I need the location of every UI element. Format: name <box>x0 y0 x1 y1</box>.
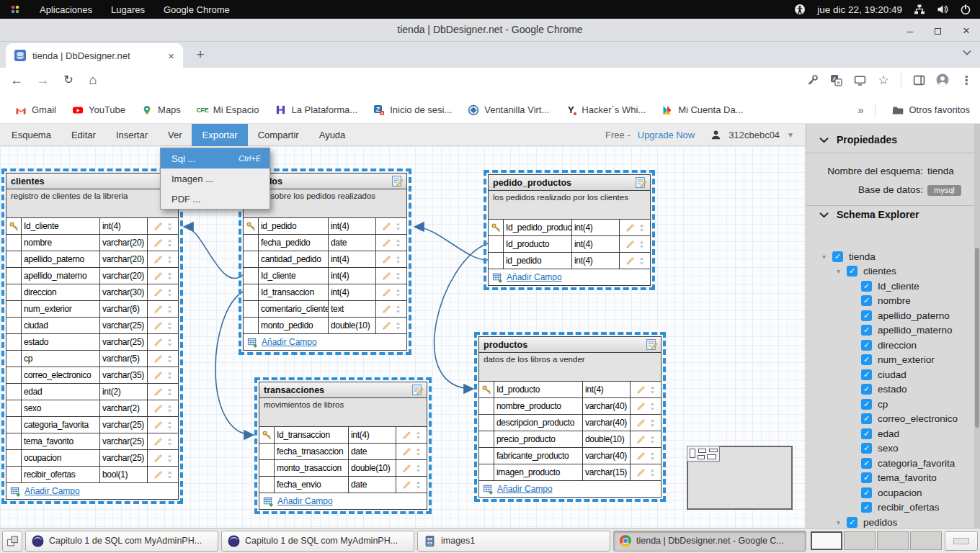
field-row-estado[interactable]: estadovarchar(25) <box>6 334 178 351</box>
field-row-edad[interactable]: edadint(2) <box>6 384 178 400</box>
new-tab-button[interactable]: + <box>192 47 209 64</box>
reorder-field-icon[interactable] <box>638 256 645 266</box>
edit-field-icon[interactable] <box>153 387 163 397</box>
tree-caret-icon[interactable]: ▾ <box>837 518 847 526</box>
reorder-field-icon[interactable] <box>395 222 401 231</box>
checkbox-checked[interactable]: ✓ <box>832 251 843 262</box>
reorder-field-icon[interactable] <box>166 454 173 463</box>
bookmark-maps[interactable]: Maps <box>133 104 189 116</box>
tab-close-icon[interactable]: × <box>165 50 177 62</box>
field-row-descripcion_producto[interactable]: descripcion_productovarchar(40) <box>479 415 661 431</box>
table-header[interactable]: pedido_productos <box>489 175 650 191</box>
taskbar-window-eclipse[interactable]: Capitulo 1 de SQL com MyAdminPH... <box>221 531 414 552</box>
field-row-cp[interactable]: cpvarchar(5) <box>6 351 178 367</box>
reorder-field-icon[interactable] <box>166 338 173 347</box>
reorder-field-icon[interactable] <box>166 387 173 397</box>
field-row-fecha_trnasaccion[interactable]: fecha_trnasacciondate <box>259 444 427 460</box>
home-icon[interactable]: ⌂ <box>84 73 102 88</box>
table-header[interactable]: clientes <box>6 174 178 189</box>
export-menu-item-imagen[interactable]: Imagen ... <box>161 168 270 189</box>
reorder-field-icon[interactable] <box>166 255 173 264</box>
field-row-monto_trasaccion[interactable]: monto_trasacciondouble(10) <box>259 460 427 477</box>
menu-exportar[interactable]: Exportar <box>192 124 247 146</box>
tree-node-categoria_favorita[interactable]: ✓categoria_favorita <box>806 456 980 471</box>
edit-field-icon[interactable] <box>153 354 163 364</box>
maximize-button[interactable] <box>935 25 941 36</box>
share-icon[interactable] <box>853 73 866 86</box>
add-field-link[interactable]: Añadir Campo <box>277 496 333 506</box>
field-row-apellido_materno[interactable]: apellido_maternovarchar(20) <box>6 268 178 284</box>
tree-node-recibir_ofertas[interactable]: ✓recibir_ofertas <box>806 500 980 516</box>
bookmark-star-icon[interactable]: ☆ <box>877 73 890 86</box>
window-list-button[interactable] <box>2 531 22 552</box>
tree-node-ciudad[interactable]: ✓ciudad <box>806 367 980 382</box>
bookmark-plataforma[interactable]: La Plataforma... <box>267 104 365 116</box>
field-row-recibir_ofertas[interactable]: recibir_ofertasbool(1) <box>6 467 178 483</box>
checkbox-checked[interactable]: ✓ <box>861 399 872 410</box>
reorder-field-icon[interactable] <box>649 418 656 428</box>
reorder-field-icon[interactable] <box>166 222 173 231</box>
edit-field-icon[interactable] <box>153 238 163 248</box>
export-menu-item-pdf[interactable]: PDF ... <box>161 189 270 209</box>
workspace-4[interactable] <box>910 531 942 550</box>
edit-field-icon[interactable] <box>402 480 411 490</box>
edit-field-icon[interactable] <box>636 451 646 461</box>
topbar-menu-google-chrome[interactable]: Google Chrome <box>154 0 239 19</box>
reorder-field-icon[interactable] <box>395 288 401 297</box>
reorder-field-icon[interactable] <box>395 255 401 264</box>
avatar[interactable] <box>936 73 949 86</box>
field-row-ciudad[interactable]: ciudadvarchar(25) <box>6 318 178 334</box>
checkbox-checked[interactable]: ✓ <box>847 266 858 276</box>
edit-field-icon[interactable] <box>636 418 646 428</box>
table-clientes[interactable]: clientesregistro de clientes de la libre… <box>6 173 179 500</box>
edit-table-icon[interactable] <box>646 338 658 351</box>
bookmark-gmail[interactable]: Gmail <box>7 104 64 116</box>
reorder-field-icon[interactable] <box>166 288 173 297</box>
schema-canvas[interactable]: clientesregistro de clientes de la libre… <box>0 146 806 528</box>
checkbox-checked[interactable]: ✓ <box>861 458 872 469</box>
workspace-switcher[interactable] <box>811 531 942 550</box>
field-row-fecha_envio[interactable]: fecha_enviodate <box>259 477 427 493</box>
edit-field-icon[interactable] <box>402 464 411 473</box>
field-row-fecha_pedido[interactable]: fecha_pedidodate <box>244 235 406 251</box>
other-bookmarks-button[interactable]: Otros favoritos <box>884 104 973 116</box>
reorder-field-icon[interactable] <box>166 404 173 413</box>
edit-table-icon[interactable] <box>635 176 647 189</box>
table-header[interactable]: transacciones <box>259 382 427 398</box>
edit-field-icon[interactable] <box>636 435 646 444</box>
checkbox-checked[interactable]: ✓ <box>861 340 872 351</box>
reorder-field-icon[interactable] <box>166 321 173 331</box>
bookmark-hackers[interactable]: YHacker´s Whi... <box>557 104 654 116</box>
field-row-fabricante_producto[interactable]: fabricante_productovarchar(40) <box>479 448 661 464</box>
checkbox-checked[interactable]: ✓ <box>861 487 872 498</box>
reorder-field-icon[interactable] <box>649 402 656 411</box>
checkbox-checked[interactable]: ✓ <box>861 428 872 439</box>
window-titlebar[interactable]: tienda | DbDesigner.net - Google Chrome … <box>0 19 980 42</box>
edit-field-icon[interactable] <box>153 421 163 430</box>
field-row-Id_cliente[interactable]: Id_clienteint(4) <box>6 218 178 235</box>
checkbox-checked[interactable]: ✓ <box>861 369 872 380</box>
bookmark-youtube[interactable]: YouTube <box>64 104 133 116</box>
properties-section-header[interactable]: Propiedades <box>819 134 897 145</box>
field-row-monto_pedido[interactable]: monto_pedidodouble(10) <box>244 318 406 334</box>
add-field-link[interactable]: Añadir Campo <box>497 484 553 494</box>
bookmark-micuenta[interactable]: Mi Cuenta Da... <box>654 104 751 116</box>
reorder-field-icon[interactable] <box>638 240 645 249</box>
field-row-cantidad_pedido[interactable]: cantidad_pedidoint(4) <box>244 251 406 268</box>
tree-caret-icon[interactable]: ▾ <box>837 267 847 275</box>
checkbox-checked[interactable]: ✓ <box>861 384 872 395</box>
field-row-Id_transaccion[interactable]: Id_transaccionint(4) <box>244 284 406 301</box>
reorder-field-icon[interactable] <box>166 238 173 248</box>
checkbox-checked[interactable]: ✓ <box>861 413 872 424</box>
tree-node-estado[interactable]: ✓estado <box>806 382 980 397</box>
field-row-sexo[interactable]: sexovarchar(2) <box>6 400 178 417</box>
back-icon[interactable]: ← <box>7 73 26 88</box>
edit-field-icon[interactable] <box>402 431 411 440</box>
reorder-field-icon[interactable] <box>395 305 401 314</box>
field-row-nombre[interactable]: nombrevarchar(20) <box>6 235 178 251</box>
edit-field-icon[interactable] <box>402 447 411 457</box>
schema-explorer-section-header[interactable]: Schema Explorer <box>819 209 919 220</box>
add-field-link[interactable]: Añadir Campo <box>24 486 80 496</box>
tree-node-edad[interactable]: ✓edad <box>806 426 980 441</box>
field-row-num_exterior[interactable]: num_exteriorvarchar(6) <box>6 301 178 318</box>
